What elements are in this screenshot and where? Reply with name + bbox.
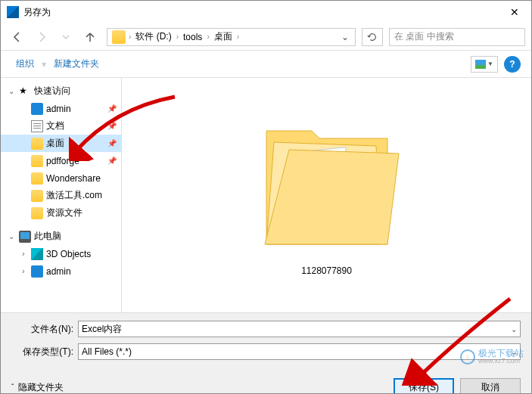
breadcrumb[interactable]: › 软件 (D:) › tools › 桌面 › ⌄ xyxy=(107,28,356,46)
app-icon xyxy=(7,6,19,18)
watermark: ↓ 极光下载站www.xz7.com xyxy=(460,349,524,365)
breadcrumb-p1[interactable]: tools xyxy=(179,29,207,45)
view-mode-button[interactable]: ▼ xyxy=(471,56,498,73)
up-button[interactable] xyxy=(79,26,101,48)
filetype-label: 保存类型(T): xyxy=(11,346,78,358)
new-folder-button[interactable]: 新建文件夹 xyxy=(49,54,104,73)
search-input[interactable]: 在 桌面 中搜索 xyxy=(389,28,525,46)
tree-item-admin[interactable]: admin📌 xyxy=(1,100,121,117)
folder-icon xyxy=(31,103,43,115)
organize-menu[interactable]: 组织 xyxy=(11,54,39,73)
close-icon[interactable]: ✕ xyxy=(504,6,525,18)
back-button[interactable] xyxy=(7,26,28,48)
document-icon xyxy=(31,120,43,132)
pin-icon: 📌 xyxy=(107,157,117,165)
navigation-tree[interactable]: ⌄★快速访问 admin📌 文档📌 桌面📌 pdfforge📌 Wondersh… xyxy=(1,78,122,312)
folder-icon xyxy=(31,207,43,219)
watermark-logo-icon: ↓ xyxy=(460,349,475,365)
filename-label: 文件名(N): xyxy=(11,323,78,336)
pc-icon xyxy=(19,231,31,243)
folder-icon xyxy=(31,190,43,202)
tree-item-wondershare[interactable]: Wondershare xyxy=(1,169,121,187)
cube-icon xyxy=(31,248,43,260)
dialog-title: 另存为 xyxy=(23,6,504,19)
forward-button[interactable] xyxy=(31,26,52,48)
breadcrumb-p2[interactable]: 桌面 xyxy=(210,29,237,45)
chevron-down-icon[interactable]: ⌄ xyxy=(511,325,517,334)
pin-icon: 📌 xyxy=(107,139,117,147)
breadcrumb-drive[interactable]: 软件 (D:) xyxy=(131,29,176,45)
folder-icon xyxy=(31,265,43,278)
folder-icon xyxy=(112,30,126,44)
tree-item-documents[interactable]: 文档📌 xyxy=(1,117,121,135)
chevron-down-icon: ▼ xyxy=(487,60,493,67)
hide-folders-toggle[interactable]: ˆ隐藏文件夹 xyxy=(11,381,64,394)
file-list[interactable]: 1128077890 xyxy=(122,78,531,312)
separator: ▾ xyxy=(42,59,46,70)
tree-item-3dobjects[interactable]: ›3D Objects xyxy=(1,245,121,262)
filetype-select[interactable]: All Files (*.*)⌄ xyxy=(78,343,521,360)
recent-dropdown[interactable] xyxy=(55,26,76,48)
tree-quick-access[interactable]: ⌄★快速访问 xyxy=(1,82,121,100)
cancel-button[interactable]: 取消 xyxy=(460,378,521,394)
pin-icon: 📌 xyxy=(107,122,117,130)
filename-input[interactable]: Excel内容⌄ xyxy=(78,321,521,337)
tree-item-pdfforge[interactable]: pdfforge📌 xyxy=(1,152,121,169)
folder-icon xyxy=(31,138,43,150)
folder-thumbnail[interactable] xyxy=(251,93,403,259)
file-item-label: 1128077890 xyxy=(301,265,352,276)
search-placeholder: 在 桌面 中搜索 xyxy=(394,30,454,43)
tree-item-admin2[interactable]: ›admin xyxy=(1,262,121,280)
breadcrumb-dropdown-icon[interactable]: ⌄ xyxy=(337,32,353,42)
save-button[interactable]: 保存(S) xyxy=(394,378,454,394)
folder-icon xyxy=(31,172,43,185)
picture-icon xyxy=(475,60,486,69)
refresh-button[interactable] xyxy=(362,28,383,46)
tree-item-resources[interactable]: 资源文件 xyxy=(1,204,121,222)
tree-item-desktop[interactable]: 桌面📌 xyxy=(1,135,121,152)
tree-item-activation[interactable]: 激活工具.com xyxy=(1,187,121,204)
tree-this-pc[interactable]: ⌄此电脑 xyxy=(1,228,121,245)
chevron-right-icon[interactable]: › xyxy=(237,33,239,41)
help-button[interactable]: ? xyxy=(504,56,521,73)
pin-icon: 📌 xyxy=(107,104,117,113)
chevron-up-icon: ˆ xyxy=(11,383,14,392)
folder-icon xyxy=(31,155,43,167)
star-icon: ★ xyxy=(19,85,31,98)
